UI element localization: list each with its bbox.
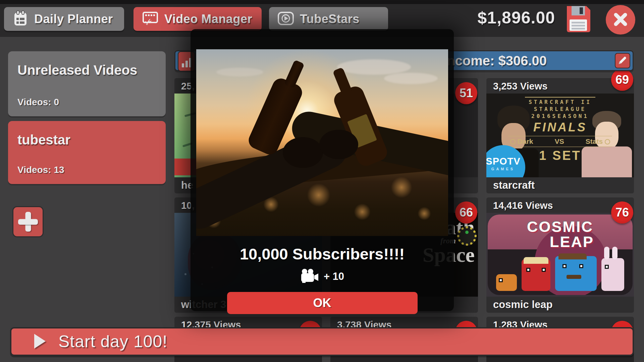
thumbnail-starcraft: STARCRAFT II STARLEAGUE 2016SEASON1 FINA… [486, 94, 634, 177]
play-tube-icon [278, 12, 294, 26]
panel-video-count: Videos: 13 [17, 165, 64, 175]
score-badge: 69 [611, 69, 633, 91]
play-icon [34, 333, 46, 350]
tab-label: TubeStars [300, 12, 360, 26]
starcraft-title-block: STARCRAFT II STARLEAGUE 2016SEASON1 FINA… [506, 97, 614, 163]
score-badge: 51 [455, 82, 477, 104]
bar-chart-icon [182, 58, 192, 67]
svg-text:✂: ✂ [143, 15, 154, 26]
calendar-icon [13, 10, 28, 27]
money-display: $1,896.00 [478, 8, 555, 27]
close-icon [613, 12, 628, 28]
tab-video-manager[interactable]: ✂ Video Manager [133, 7, 262, 31]
close-button[interactable] [606, 5, 635, 35]
milestone-title: 10,000 Subscribers!!!! [196, 245, 448, 263]
video-camera-icon [300, 268, 319, 285]
film-scissors-icon: ✂ [142, 10, 158, 27]
start-day-button[interactable]: Start day 100! [10, 327, 634, 356]
celebration-photo [196, 49, 448, 236]
tab-tubestars[interactable]: TubeStars [269, 7, 388, 31]
unreleased-videos-panel[interactable]: Unreleased Videos Videos: 0 [8, 51, 166, 116]
tab-label: Video Manager [164, 12, 252, 26]
score-badge: 66 [455, 201, 477, 224]
panel-video-count: Videos: 0 [17, 97, 59, 108]
video-title: cosmic leap [486, 297, 634, 313]
sun-icon [457, 226, 477, 246]
video-title: starcraft [486, 177, 634, 193]
panel-title: Unreleased Videos [17, 63, 137, 78]
pencil-icon [618, 55, 628, 66]
voxel-characters [488, 256, 633, 291]
app-window: Daily Planner ✂ Video Manager [0, 0, 644, 362]
ok-button[interactable]: OK [227, 292, 418, 314]
add-channel-button[interactable] [12, 206, 44, 237]
video-card-cosmic-leap[interactable]: 14,416 Views COSMIC LEAP cosmic leap 76 [486, 197, 634, 313]
cosmic-title: COSMIC LEAP [488, 219, 633, 249]
hand-left [283, 137, 323, 168]
thumbnail-cosmic-leap: COSMIC LEAP [486, 213, 634, 297]
reward-amount: + 10 [324, 270, 344, 283]
floppy-disk-icon [565, 29, 592, 34]
channel-tubestar-panel[interactable]: tubestar Videos: 13 [8, 121, 166, 184]
subscriber-milestone-dialog: 10,000 Subscribers!!!! + 10 OK [191, 29, 454, 311]
hand-right [319, 130, 358, 159]
reward-row: + 10 [196, 268, 448, 285]
income-label: Income: $306.00 [443, 53, 547, 68]
panel-title: tubestar [17, 132, 70, 147]
score-badge: 76 [611, 201, 633, 224]
edit-income-button[interactable] [615, 53, 630, 68]
tab-label: Daily Planner [34, 12, 113, 26]
start-day-label: Start day 100! [58, 332, 167, 351]
tab-daily-planner[interactable]: Daily Planner [4, 7, 124, 31]
video-card-starcraft[interactable]: 3,253 Views STARCRAFT II STARLEAGUE 2016… [486, 78, 634, 193]
save-button[interactable] [565, 5, 592, 33]
